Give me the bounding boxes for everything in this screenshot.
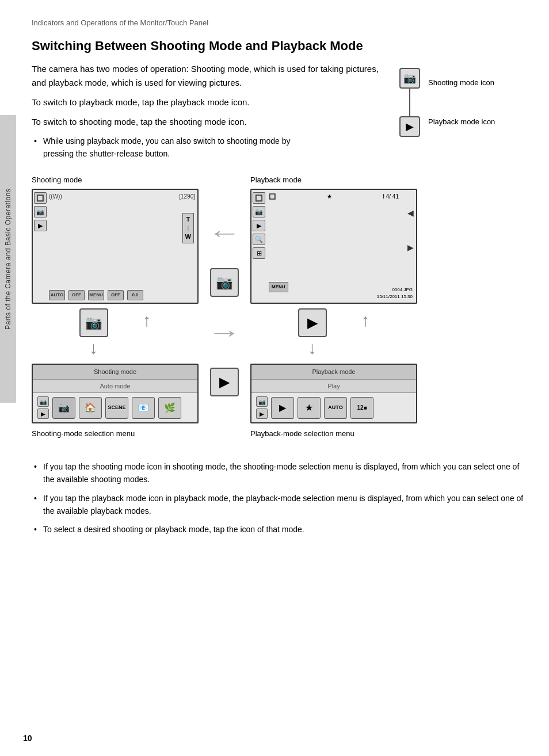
ev-btn: 0.0 <box>127 290 143 300</box>
pb-down-arrow: ↓ <box>308 339 317 357</box>
mode-icon-2[interactable]: 🏠 <box>79 397 102 419</box>
zoom-indicator: T | W <box>182 213 194 243</box>
shooting-menu-label: Shooting-mode selection menu <box>32 428 135 440</box>
pb-battery: 🔲 <box>269 192 276 201</box>
pb-menu-play-icon: ▶ <box>256 408 268 419</box>
bottom-bullet-3: To select a desired shooting or playback… <box>32 523 526 536</box>
pb-screen-play-icon: ▶ <box>253 220 265 231</box>
playback-menu-header: Playback mode <box>251 365 416 380</box>
menu-btn: MENU <box>88 290 104 300</box>
shooting-mode-diagram-label: Shooting mode <box>32 174 82 186</box>
pb-top-bar: 🔲 ★ I 4/ 41 <box>269 192 399 201</box>
mode-icon-smart[interactable]: 📧 <box>132 397 155 419</box>
screen-top-bar: ((W)) [1290] <box>49 192 195 201</box>
next-arrow: ▶ <box>407 242 414 254</box>
pb-file: 0004.JPG <box>392 287 413 293</box>
pb-menu-camera-icon: 📷 <box>256 396 268 407</box>
screen-battery-icon: 🔲 <box>34 192 47 204</box>
down-arrow: ↓ <box>89 339 98 357</box>
screen-bottom-bar: AUTO OFF MENU OFF 0.0 <box>49 290 195 300</box>
intro-paragraph-2: To switch to playback mode, tap the play… <box>32 96 382 109</box>
mode-icon-video[interactable]: 🌿 <box>158 397 181 419</box>
frame-counter: [1290] <box>179 192 195 201</box>
playback-mode-icon: ▶ <box>399 116 420 137</box>
bottom-bullets: If you tap the shooting mode icon in sho… <box>32 460 526 536</box>
pb-mode-star[interactable]: ★ <box>298 397 321 419</box>
pb-screen-battery-icon: 🔲 <box>253 192 265 204</box>
zoom-bar: | <box>188 224 189 232</box>
pb-datetime: 15/11/2011 15:30 <box>377 293 413 300</box>
playback-menu-label: Playback-mode selection menu <box>250 428 354 440</box>
pb-mode-auto[interactable]: AUTO <box>324 397 347 419</box>
pb-mode-12[interactable]: 12■ <box>350 397 373 419</box>
center-play-icon: ▶ <box>210 368 239 396</box>
menu-play-icon: ▶ <box>37 408 49 419</box>
pb-menu-btn: MENU <box>269 282 288 292</box>
center-shoot-icon: 📷 <box>210 268 239 297</box>
pb-screen-thumb-icon: ⊞ <box>253 247 265 259</box>
shooting-mode-icon: 📷 <box>399 68 420 89</box>
shooting-selection-menu: Shooting mode Auto mode 📷 ▶ 📷 🏠 SCENE 📧 <box>32 364 199 423</box>
sidebar-label: Parts of the Camera and Basic Operations <box>0 115 16 403</box>
zoom-w: W <box>185 232 191 242</box>
pb-screen-zoom-icon: 🔍 <box>253 234 265 245</box>
intro-paragraph-1: The camera has two modes of operation: S… <box>32 62 382 90</box>
shooting-mode-screen: 🔲 📷 ▶ ((W)) [1290] T | W AUTO <box>32 189 199 304</box>
shooting-mode-icon-row: 📷 ▶ Shooting mode icon Playback mode ico… <box>399 68 526 137</box>
vr-btn: OFF <box>108 290 124 300</box>
bottom-bullet-2: If you tap the playback mode icon in pla… <box>32 492 526 518</box>
big-shooting-icon: 📷 <box>79 308 108 337</box>
left-arrow-icon: ← <box>208 215 242 251</box>
auto-btn: AUTO <box>49 290 65 300</box>
big-playback-icon: ▶ <box>298 308 327 337</box>
shooting-menu-header: Shooting mode <box>33 365 197 380</box>
playback-menu-subheader: Play <box>251 380 416 394</box>
pb-screen-shoot-icon: 📷 <box>253 206 265 217</box>
pb-star: ★ <box>327 192 332 201</box>
pb-bottom-info: MENU 0004.JPG 15/11/2011 15:30 <box>268 287 413 300</box>
playback-icon-label: Playback mode icon <box>428 117 495 127</box>
page-header: Indicators and Operations of the Monitor… <box>32 12 526 29</box>
intro-paragraph-3: To switch to shooting mode, tap the shoo… <box>32 115 382 129</box>
playback-mode-diagram-label: Playback mode <box>250 174 302 186</box>
right-arrow-icon: → <box>208 314 242 350</box>
page-number: 10 <box>23 732 32 744</box>
screen-shoot-icon: 📷 <box>34 206 47 217</box>
wifi-indicator: ((W)) <box>49 192 62 201</box>
up-arrow: ↑ <box>143 306 151 357</box>
mode-icon-1[interactable]: 📷 <box>52 397 75 419</box>
shooting-icon-label: Shooting mode icon <box>428 78 495 88</box>
intro-bullet-1: While using playback mode, you can also … <box>32 135 291 161</box>
prev-arrow: ◀ <box>407 207 414 219</box>
zoom-t: T <box>186 215 190 224</box>
shooting-menu-subheader: Auto mode <box>33 380 197 394</box>
screen-play-icon-small: ▶ <box>34 220 47 231</box>
playback-selection-menu: Playback mode Play 📷 ▶ ▶ ★ AUTO 12■ <box>250 364 417 423</box>
flash-btn: OFF <box>68 290 85 300</box>
mode-icon-scene[interactable]: SCENE <box>105 397 128 419</box>
pb-up-arrow: ↑ <box>361 306 370 357</box>
pb-mode-play[interactable]: ▶ <box>271 397 294 419</box>
pb-counter: I 4/ 41 <box>383 192 399 201</box>
bottom-bullet-1: If you tap the shooting mode icon in sho… <box>32 460 526 486</box>
menu-camera-icon: 📷 <box>37 396 49 407</box>
playback-mode-screen: 🔲 📷 ▶ 🔍 ⊞ 🔲 ★ I 4/ 41 ◀ ▶ MENU <box>250 189 417 304</box>
section-title: Switching Between Shooting Mode and Play… <box>32 38 526 55</box>
